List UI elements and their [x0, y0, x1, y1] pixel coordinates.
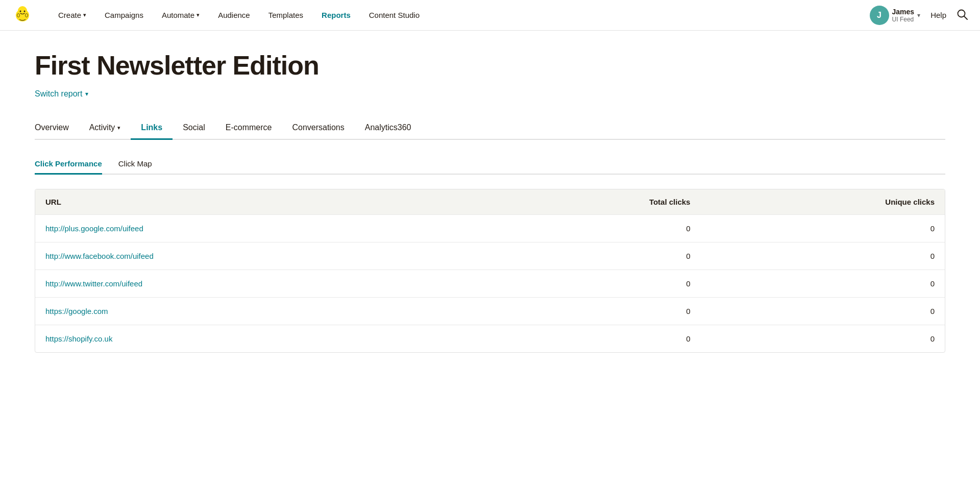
svg-line-7 — [964, 16, 967, 19]
table-row: https://shopify.co.uk 0 0 — [35, 325, 945, 353]
nav-item-create[interactable]: Create ▾ — [49, 0, 95, 31]
unique-clicks-cell: 0 — [700, 270, 945, 298]
tab-conversations[interactable]: Conversations — [282, 117, 354, 140]
sub-tab-click-map[interactable]: Click Map — [118, 154, 152, 175]
help-link[interactable]: Help — [930, 11, 946, 19]
svg-point-5 — [26, 13, 28, 17]
chevron-down-icon: ▾ — [917, 12, 920, 19]
user-text: James UI Feed — [892, 8, 915, 23]
sub-tabs: Click Performance Click Map — [35, 154, 945, 175]
main-content: First Newsletter Edition Switch report ▾… — [0, 31, 980, 373]
tab-activity[interactable]: Activity ▾ — [79, 117, 131, 140]
tab-overview[interactable]: Overview — [35, 117, 79, 140]
total-clicks-cell: 0 — [485, 270, 700, 298]
url-link[interactable]: https://shopify.co.uk — [45, 334, 112, 343]
main-tabs: Overview Activity ▾ Links Social E-comme… — [35, 117, 945, 140]
tab-ecommerce[interactable]: E-commerce — [215, 117, 282, 140]
table-row: http://www.twitter.com/uifeed 0 0 — [35, 270, 945, 298]
navbar: Create ▾ Campaigns Automate ▾ Audience T… — [0, 0, 980, 31]
nav-item-audience[interactable]: Audience — [209, 0, 259, 31]
table-row: http://www.facebook.com/uifeed 0 0 — [35, 242, 945, 270]
tab-analytics360[interactable]: Analytics360 — [355, 117, 422, 140]
user-sub: UI Feed — [892, 16, 915, 23]
col-header-url: URL — [35, 189, 485, 215]
table-row: http://plus.google.com/uifeed 0 0 — [35, 215, 945, 242]
total-clicks-cell: 0 — [485, 215, 700, 242]
table-header-row: URL Total clicks Unique clicks — [35, 189, 945, 215]
nav-item-campaigns[interactable]: Campaigns — [95, 0, 153, 31]
url-link[interactable]: http://www.facebook.com/uifeed — [45, 252, 154, 260]
sub-tab-click-performance[interactable]: Click Performance — [35, 154, 102, 175]
url-link[interactable]: http://www.twitter.com/uifeed — [45, 279, 142, 288]
url-link[interactable]: http://plus.google.com/uifeed — [45, 224, 143, 233]
svg-point-2 — [20, 10, 21, 12]
user-name: James — [892, 8, 915, 16]
tab-social[interactable]: Social — [173, 117, 215, 140]
unique-clicks-cell: 0 — [700, 242, 945, 270]
total-clicks-cell: 0 — [485, 242, 700, 270]
search-icon[interactable] — [957, 9, 968, 22]
total-clicks-cell: 0 — [485, 298, 700, 325]
col-header-total-clicks: Total clicks — [485, 189, 700, 215]
svg-point-4 — [17, 13, 20, 17]
chevron-down-icon: ▾ — [197, 12, 200, 18]
user-menu[interactable]: J James UI Feed ▾ — [870, 6, 921, 25]
nav-item-reports[interactable]: Reports — [312, 0, 360, 31]
chevron-down-icon: ▾ — [85, 90, 88, 98]
unique-clicks-cell: 0 — [700, 215, 945, 242]
total-clicks-cell: 0 — [485, 325, 700, 353]
nav-links: Create ▾ Campaigns Automate ▾ Audience T… — [49, 0, 870, 31]
click-performance-table: URL Total clicks Unique clicks http://pl… — [35, 189, 945, 353]
logo[interactable] — [12, 4, 33, 27]
table-row: https://google.com 0 0 — [35, 298, 945, 325]
chevron-down-icon: ▾ — [117, 125, 120, 131]
nav-item-templates[interactable]: Templates — [259, 0, 312, 31]
unique-clicks-cell: 0 — [700, 298, 945, 325]
unique-clicks-cell: 0 — [700, 325, 945, 353]
url-link[interactable]: https://google.com — [45, 307, 108, 315]
tab-links[interactable]: Links — [131, 117, 173, 140]
avatar: J — [870, 6, 889, 25]
svg-point-3 — [24, 10, 26, 12]
nav-item-content-studio[interactable]: Content Studio — [360, 0, 429, 31]
page-title: First Newsletter Edition — [35, 51, 945, 80]
chevron-down-icon: ▾ — [83, 12, 86, 18]
col-header-unique-clicks: Unique clicks — [700, 189, 945, 215]
nav-item-automate[interactable]: Automate ▾ — [153, 0, 209, 31]
nav-right: J James UI Feed ▾ Help — [870, 6, 968, 25]
switch-report-button[interactable]: Switch report ▾ — [35, 89, 88, 99]
